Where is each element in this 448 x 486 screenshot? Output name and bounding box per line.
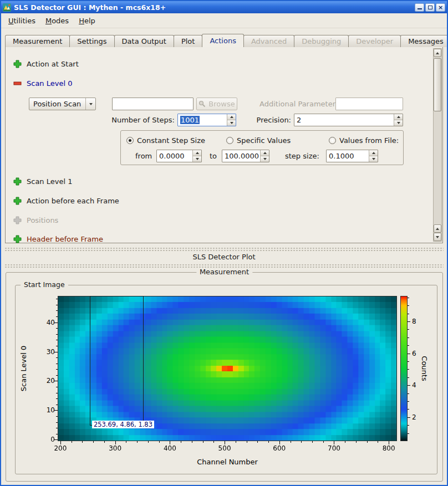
radio-values-from-file[interactable]: Values from File: xyxy=(329,136,399,145)
scrollbar-thumb[interactable] xyxy=(434,58,441,111)
step-size-value[interactable]: 0.1000 xyxy=(327,150,369,162)
tab-messages[interactable]: Messages xyxy=(400,35,448,47)
menu-help[interactable]: Help xyxy=(74,15,100,27)
x-tick-label: 800 xyxy=(378,444,400,452)
x-minor-tick xyxy=(213,441,214,443)
spin-down-button[interactable] xyxy=(227,120,236,126)
colorbar-major-tick xyxy=(408,385,410,386)
tab-data-output[interactable]: Data Output xyxy=(114,35,174,47)
to-spinbox[interactable]: 100.0000 xyxy=(222,150,269,162)
x-minor-tick xyxy=(192,441,192,443)
colorbar-tick-label: 6 xyxy=(412,350,424,357)
action-before-frame-row[interactable]: Action before each Frame xyxy=(13,196,119,205)
vertical-scrollbar[interactable] xyxy=(433,48,442,242)
radio-specific-values[interactable]: Specific Values xyxy=(226,136,291,145)
radio-constant-step-size[interactable]: Constant Step Size xyxy=(126,136,205,145)
radio-specific-label: Specific Values xyxy=(237,136,291,145)
menu-modes[interactable]: Modes xyxy=(40,15,74,27)
x-tick-label: 400 xyxy=(159,444,181,452)
y-minor-tick xyxy=(56,387,58,387)
tab-plot[interactable]: Plot xyxy=(174,35,203,47)
spin-down-button[interactable] xyxy=(261,156,269,162)
x-minor-tick xyxy=(378,441,378,443)
minimize-icon xyxy=(418,8,422,9)
positions-label: Positions xyxy=(27,216,58,224)
action-before-frame-label[interactable]: Action before each Frame xyxy=(27,197,119,205)
collapse-minus-icon[interactable] xyxy=(13,79,22,88)
window-title: SLS Detector GUI : Mythen - mcs6x18+ xyxy=(14,3,412,12)
y-minor-tick xyxy=(56,369,58,370)
scroll-up-button[interactable] xyxy=(434,49,441,57)
x-minor-tick xyxy=(301,441,302,443)
tab-actions[interactable]: Actions xyxy=(202,34,244,47)
spin-up-button[interactable] xyxy=(227,114,236,120)
spin-down-button[interactable] xyxy=(394,120,403,126)
x-minor-tick xyxy=(203,441,203,443)
from-value[interactable]: 0.0000 xyxy=(157,150,192,162)
scrollbar-track[interactable] xyxy=(434,57,441,224)
precision-spinbox[interactable]: 2 xyxy=(294,114,403,126)
y-minor-tick xyxy=(56,310,58,311)
colorbar-minor-tick xyxy=(408,337,409,338)
header-before-frame-row[interactable]: Header before Frame xyxy=(13,234,103,243)
app-icon xyxy=(3,3,11,12)
number-of-steps-value[interactable]: 1001 xyxy=(180,116,200,124)
action-at-start-label[interactable]: Action at Start xyxy=(27,60,79,68)
colorbar-minor-tick xyxy=(408,345,409,346)
expand-plus-icon[interactable] xyxy=(13,197,22,205)
x-minor-tick xyxy=(126,441,126,443)
x-minor-tick xyxy=(356,441,357,443)
scroll-up-button-bottom[interactable] xyxy=(434,224,441,233)
spin-down-button[interactable] xyxy=(193,156,201,162)
close-button[interactable]: × xyxy=(436,3,445,12)
zoom-selection-rect xyxy=(90,296,144,426)
maximize-button[interactable] xyxy=(425,3,435,12)
menu-utilities[interactable]: Utilities xyxy=(3,15,40,27)
tab-measurement[interactable]: Measurement xyxy=(5,35,70,47)
scan-level-1-label[interactable]: Scan Level 1 xyxy=(27,177,72,186)
script-file-input[interactable] xyxy=(112,98,194,110)
action-at-start-row[interactable]: Action at Start xyxy=(13,59,79,68)
title-bar[interactable]: SLS Detector GUI : Mythen - mcs6x18+ × xyxy=(1,1,447,13)
y-minor-tick xyxy=(56,405,58,405)
window-controls: × xyxy=(415,3,445,12)
y-minor-tick xyxy=(56,346,58,346)
from-label: from xyxy=(135,152,152,160)
from-spinbox[interactable]: 0.0000 xyxy=(156,150,202,162)
expand-plus-icon[interactable] xyxy=(13,60,22,68)
step-size-spinbox[interactable]: 0.1000 xyxy=(326,150,378,162)
scan-level-1-row[interactable]: Scan Level 1 xyxy=(13,177,72,186)
tab-debugging: Debugging xyxy=(294,35,349,47)
spin-up-button[interactable] xyxy=(261,150,269,156)
spin-down-button[interactable] xyxy=(369,156,378,162)
x-minor-tick xyxy=(236,441,236,443)
minimize-button[interactable] xyxy=(415,3,424,12)
spin-up-button[interactable] xyxy=(394,114,403,120)
number-of-steps-spinbox[interactable]: 1001 xyxy=(177,114,236,126)
menu-bar: UtilitiesModesHelp xyxy=(1,13,447,28)
scroll-down-button[interactable] xyxy=(434,233,441,241)
header-before-frame-label[interactable]: Header before Frame xyxy=(27,235,103,243)
scan-mode-combobox[interactable]: Position Scan xyxy=(29,98,96,110)
scan-level-0-row[interactable]: Scan Level 0 xyxy=(13,79,72,88)
browse-button: Browse xyxy=(196,98,237,110)
additional-parameter-input[interactable] xyxy=(335,98,403,110)
colorbar-major-tick xyxy=(408,321,410,322)
to-value[interactable]: 100.0000 xyxy=(222,150,260,162)
spin-up-button[interactable] xyxy=(193,150,201,156)
splitter-handle-icon[interactable] xyxy=(4,247,444,252)
spin-up-button[interactable] xyxy=(369,150,378,156)
colorbar-minor-tick xyxy=(408,329,409,330)
measurement-group-title: Measurement xyxy=(196,268,252,276)
step-mode-groupbox: Constant Step Size Specific Values Value… xyxy=(120,130,404,165)
radio-file-label: Values from File: xyxy=(339,136,399,145)
scan-level-0-label[interactable]: Scan Level 0 xyxy=(27,79,72,88)
precision-label: Precision: xyxy=(252,116,291,124)
x-tick-label: 300 xyxy=(104,444,126,452)
x-minor-tick xyxy=(345,441,345,443)
expand-plus-icon-disabled xyxy=(13,216,22,224)
expand-plus-icon[interactable] xyxy=(13,177,22,186)
precision-value[interactable]: 2 xyxy=(294,114,394,126)
expand-plus-icon[interactable] xyxy=(13,235,22,243)
tab-settings[interactable]: Settings xyxy=(69,35,114,47)
